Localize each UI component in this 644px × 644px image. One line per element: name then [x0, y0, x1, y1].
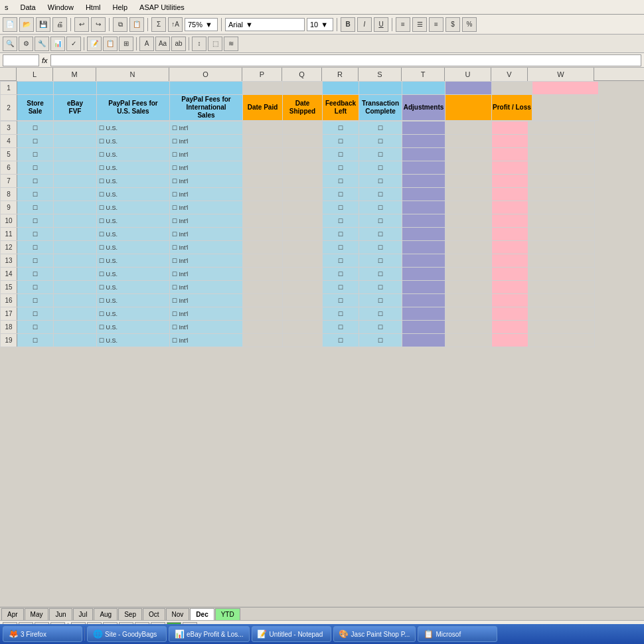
cell-profit-loss[interactable]: [492, 307, 528, 321]
sheet-tab-nov[interactable]: Nov: [166, 608, 190, 620]
tb2-btn4[interactable]: 📊: [50, 37, 65, 51]
cell-blank-u[interactable]: [445, 281, 492, 294]
currency-btn[interactable]: $: [445, 17, 460, 32]
cell-transaction[interactable]: ☐: [359, 294, 402, 307]
taskbar-ebay[interactable]: 📊 eBay Profit & Los...: [169, 626, 250, 642]
cell-profit-loss[interactable]: [492, 148, 528, 161]
cell-date-shipped[interactable]: [283, 161, 323, 175]
cell-transaction[interactable]: ☐: [359, 201, 402, 214]
col-header-m[interactable]: M: [53, 68, 96, 81]
cell-date-shipped[interactable]: [283, 214, 323, 228]
cell-profit-loss[interactable]: [492, 254, 528, 268]
sheet-tab-jun[interactable]: Jun: [49, 608, 72, 620]
cell-adjustments[interactable]: [402, 148, 445, 161]
formula-input[interactable]: [50, 54, 641, 66]
cell-feedback[interactable]: ☐: [323, 321, 359, 334]
cell-ebay-fvf[interactable]: [54, 334, 97, 347]
cell-paypal-us[interactable]: ☐ U.S.: [97, 307, 170, 321]
align-right-btn[interactable]: ≡: [429, 17, 443, 32]
cell-blank-u[interactable]: [445, 121, 492, 135]
print-btn[interactable]: 🖨: [52, 17, 67, 32]
cell-adjustments[interactable]: [402, 201, 445, 214]
cell-blank-u[interactable]: [445, 307, 492, 321]
col-header-r[interactable]: R: [322, 68, 359, 81]
col-header-n[interactable]: N: [96, 68, 169, 81]
cell-feedback[interactable]: ☐: [323, 241, 359, 254]
size-dropdown[interactable]: 10 ▼: [307, 18, 333, 31]
taskbar-notepad[interactable]: 📝 Untitled - Notepad: [252, 626, 331, 642]
cell-transaction[interactable]: ☐: [359, 268, 402, 281]
cell-date-paid[interactable]: [243, 294, 283, 307]
cell-profit-loss[interactable]: [492, 294, 528, 307]
cell-paypal-us[interactable]: ☐ U.S.: [97, 268, 170, 281]
cell-store-sale[interactable]: ☐: [17, 241, 54, 254]
cell-store-sale[interactable]: ☐: [17, 281, 54, 294]
cell-store-sale[interactable]: ☐: [17, 334, 54, 347]
cell-date-paid[interactable]: [243, 281, 283, 294]
sheet-tab-ytd[interactable]: YTD: [215, 608, 240, 620]
cell-adjustments[interactable]: [402, 294, 445, 307]
cell-date-shipped[interactable]: [283, 121, 323, 135]
cell-transaction[interactable]: ☐: [359, 254, 402, 268]
cell-transaction[interactable]: ☐: [359, 214, 402, 228]
cell-date-shipped[interactable]: [283, 201, 323, 214]
tb2-btn8[interactable]: ⊞: [119, 37, 133, 51]
cell-adjustments[interactable]: [402, 188, 445, 201]
cell-adjustments[interactable]: [402, 135, 445, 148]
cell-ebay-fvf[interactable]: [54, 228, 97, 241]
cell-store-sale[interactable]: ☐: [17, 161, 54, 175]
cell-adjustments[interactable]: [402, 241, 445, 254]
col-header-p[interactable]: P: [242, 68, 282, 81]
cell-date-shipped[interactable]: [283, 281, 323, 294]
cell-paypal-us[interactable]: ☐ U.S.: [97, 135, 170, 148]
cell-date-paid[interactable]: [243, 321, 283, 334]
cell-paypal-intl[interactable]: ☐ Int'l: [170, 334, 243, 347]
cell-paypal-intl[interactable]: ☐ Int'l: [170, 188, 243, 201]
cell-store-sale[interactable]: ☐: [17, 321, 54, 334]
cell-paypal-intl[interactable]: ☐ Int'l: [170, 294, 243, 307]
cell-store-sale[interactable]: ☐: [17, 148, 54, 161]
sort-asc-btn[interactable]: ↑A: [168, 17, 183, 32]
col-header-q[interactable]: Q: [282, 68, 322, 81]
tb2-btn10[interactable]: Aa: [155, 37, 170, 51]
cell-adjustments[interactable]: [402, 334, 445, 347]
taskbar-firefox[interactable]: 🦊 3 Firefox: [3, 626, 82, 642]
cell-store-sale[interactable]: ☐: [17, 228, 54, 241]
cell-feedback[interactable]: ☐: [323, 148, 359, 161]
cell-blank-u[interactable]: [445, 241, 492, 254]
sheet-tab-dec[interactable]: Dec: [190, 608, 214, 620]
cell-blank-u[interactable]: [445, 268, 492, 281]
cell-adjustments[interactable]: [402, 175, 445, 188]
cell-transaction[interactable]: ☐: [359, 281, 402, 294]
cell-blank-u[interactable]: [445, 201, 492, 214]
cell-paypal-us[interactable]: ☐ U.S.: [97, 334, 170, 347]
cell-feedback[interactable]: ☐: [323, 254, 359, 268]
align-left-btn[interactable]: ≡: [396, 17, 410, 32]
menu-help[interactable]: Help: [110, 3, 129, 12]
cell-paypal-intl[interactable]: ☐ Int'l: [170, 214, 243, 228]
cell-blank-u[interactable]: [445, 175, 492, 188]
cell-blank-u[interactable]: [445, 148, 492, 161]
cell-date-shipped[interactable]: [283, 148, 323, 161]
cell-feedback[interactable]: ☐: [323, 214, 359, 228]
cell-paypal-intl[interactable]: ☐ Int'l: [170, 241, 243, 254]
cell-feedback[interactable]: ☐: [323, 334, 359, 347]
cell-ebay-fvf[interactable]: [54, 201, 97, 214]
cell-date-shipped[interactable]: [283, 294, 323, 307]
cell-feedback[interactable]: ☐: [323, 281, 359, 294]
tb2-btn9[interactable]: A: [139, 37, 154, 51]
sheet-tab-may[interactable]: May: [25, 608, 49, 620]
cell-paypal-intl[interactable]: ☐ Int'l: [170, 228, 243, 241]
cell-paypal-intl[interactable]: ☐ Int'l: [170, 307, 243, 321]
cell-adjustments[interactable]: [402, 307, 445, 321]
cell-feedback[interactable]: ☐: [323, 201, 359, 214]
cell-ebay-fvf[interactable]: [54, 214, 97, 228]
cell-ebay-fvf[interactable]: [54, 161, 97, 175]
cell-ebay-fvf[interactable]: [54, 321, 97, 334]
tb2-btn6[interactable]: 📝: [87, 37, 102, 51]
cell-feedback[interactable]: ☐: [323, 121, 359, 135]
cell-store-sale[interactable]: ☐: [17, 121, 54, 135]
cell-adjustments[interactable]: [402, 228, 445, 241]
cell-ebay-fvf[interactable]: [54, 188, 97, 201]
open-btn[interactable]: 📂: [19, 17, 34, 32]
